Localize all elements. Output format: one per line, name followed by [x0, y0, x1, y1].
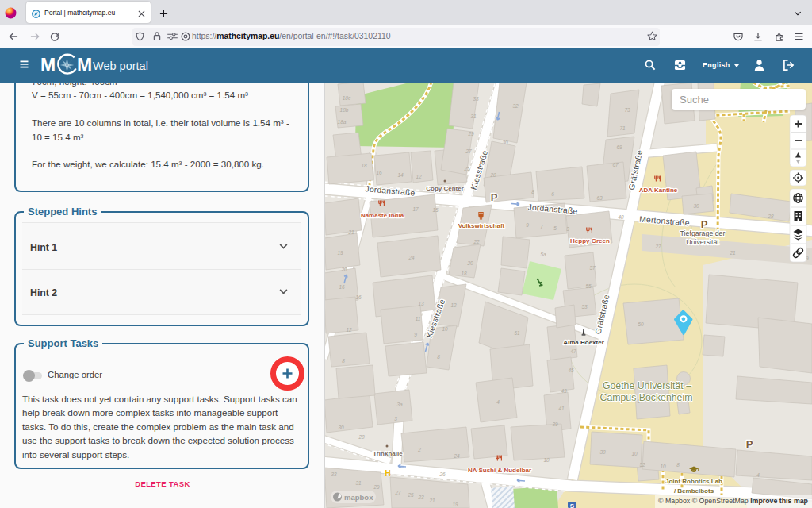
svg-text:43: 43: [561, 388, 567, 394]
svg-text:21: 21: [428, 498, 435, 503]
svg-text:Trinkhalle: Trinkhalle: [373, 450, 403, 457]
svg-text:NA Sushi & Nudelbar: NA Sushi & Nudelbar: [468, 467, 531, 474]
svg-text:25: 25: [463, 166, 470, 171]
svg-text:27: 27: [654, 244, 661, 249]
svg-text:3: 3: [394, 416, 397, 421]
svg-text:Joint Robotics Lab: Joint Robotics Lab: [665, 478, 722, 485]
svg-text:67: 67: [612, 162, 619, 167]
svg-text:19: 19: [337, 250, 343, 256]
svg-text:Volkswirtschaft: Volkswirtschaft: [458, 222, 505, 229]
svg-text:31: 31: [470, 114, 477, 119]
svg-text:12: 12: [346, 327, 352, 333]
svg-text:69: 69: [616, 144, 622, 150]
svg-text:57: 57: [589, 265, 596, 271]
svg-text:5a: 5a: [540, 252, 546, 257]
svg-text:41: 41: [558, 406, 565, 411]
svg-text:Copy Center: Copy Center: [426, 185, 464, 192]
svg-text:7: 7: [540, 224, 543, 229]
svg-text:10: 10: [442, 326, 448, 332]
svg-text:17: 17: [412, 206, 419, 212]
svg-text:30: 30: [502, 140, 508, 145]
svg-text:15: 15: [432, 207, 439, 213]
svg-text:31: 31: [355, 480, 362, 486]
svg-text:47: 47: [570, 348, 576, 354]
svg-text:18: 18: [461, 271, 467, 276]
svg-text:38: 38: [599, 449, 606, 455]
svg-text:13: 13: [418, 301, 424, 306]
svg-text:24: 24: [453, 453, 460, 459]
svg-text:12: 12: [416, 174, 422, 179]
svg-text:P: P: [491, 191, 498, 203]
svg-text:39: 39: [552, 421, 558, 427]
svg-text:28: 28: [489, 172, 496, 178]
svg-text:2: 2: [417, 447, 421, 452]
svg-text:20: 20: [466, 260, 473, 266]
svg-text:16: 16: [355, 294, 362, 300]
svg-text:P: P: [746, 438, 753, 450]
svg-text:H: H: [385, 469, 390, 478]
svg-text:20: 20: [340, 267, 347, 272]
svg-text:© Mapbox © OpenStreetMap Impro: © Mapbox © OpenStreetMap Improve this ma…: [658, 497, 809, 505]
svg-text:4: 4: [496, 399, 500, 405]
svg-text:8: 8: [342, 358, 345, 364]
svg-text:S: S: [570, 502, 575, 508]
svg-text:19: 19: [452, 502, 458, 507]
svg-text:6: 6: [551, 191, 554, 197]
svg-text:25: 25: [407, 492, 414, 498]
svg-text:29: 29: [373, 484, 380, 490]
svg-text:18: 18: [543, 457, 550, 463]
svg-text:Universität: Universität: [686, 238, 719, 246]
svg-text:21: 21: [729, 250, 736, 256]
svg-text:51: 51: [514, 330, 520, 336]
svg-text:10: 10: [660, 464, 666, 469]
svg-text:5: 5: [553, 225, 557, 231]
svg-text:16: 16: [376, 170, 382, 175]
svg-text:3: 3: [566, 226, 569, 232]
svg-text:4: 4: [756, 472, 760, 478]
svg-text:18b: 18b: [340, 107, 349, 113]
svg-text:27: 27: [465, 148, 472, 154]
svg-text:Alma Hoexter: Alma Hoexter: [563, 339, 604, 346]
svg-text:11: 11: [416, 316, 421, 321]
svg-text:Tiefgarage der: Tiefgarage der: [680, 229, 726, 237]
svg-text:/ Bembelbots: / Bembelbots: [674, 487, 714, 495]
svg-text:27: 27: [394, 490, 401, 495]
svg-text:45: 45: [568, 368, 574, 373]
svg-text:50: 50: [638, 321, 644, 327]
svg-text:14: 14: [397, 172, 404, 178]
svg-text:18a: 18a: [338, 119, 347, 125]
svg-text:Campus Bockenheim: Campus Bockenheim: [600, 392, 693, 403]
svg-text:30: 30: [338, 425, 344, 430]
svg-text:Goethe Universität –: Goethe Universität –: [603, 380, 691, 391]
svg-text:55: 55: [585, 283, 592, 289]
svg-text:52: 52: [639, 462, 645, 468]
svg-text:24: 24: [408, 255, 415, 260]
svg-text:53: 53: [581, 304, 588, 310]
svg-text:Namaste India: Namaste India: [361, 212, 404, 219]
svg-text:22: 22: [473, 239, 480, 244]
svg-text:48: 48: [618, 214, 624, 220]
svg-text:32: 32: [512, 103, 519, 109]
svg-text:28: 28: [358, 434, 365, 440]
svg-text:8: 8: [676, 462, 680, 468]
svg-text:71: 71: [619, 125, 626, 131]
svg-text:28: 28: [767, 214, 774, 219]
svg-text:18: 18: [361, 163, 367, 168]
svg-text:Heppy Green: Heppy Green: [570, 237, 610, 244]
svg-text:18c: 18c: [343, 95, 351, 101]
svg-text:3a: 3a: [396, 402, 403, 407]
svg-text:9: 9: [414, 332, 417, 337]
svg-text:P: P: [701, 218, 708, 230]
svg-text:21: 21: [347, 229, 354, 235]
svg-text:mapbox: mapbox: [344, 493, 373, 502]
svg-text:8: 8: [437, 354, 440, 360]
svg-text:73: 73: [624, 107, 630, 113]
svg-text:12: 12: [450, 302, 457, 308]
svg-text:30: 30: [693, 203, 699, 209]
svg-text:29: 29: [467, 131, 474, 137]
svg-text:63: 63: [596, 195, 603, 201]
svg-text:10: 10: [631, 451, 638, 456]
svg-text:16: 16: [339, 284, 345, 290]
svg-text:26: 26: [439, 471, 446, 477]
svg-text:33: 33: [331, 471, 337, 477]
